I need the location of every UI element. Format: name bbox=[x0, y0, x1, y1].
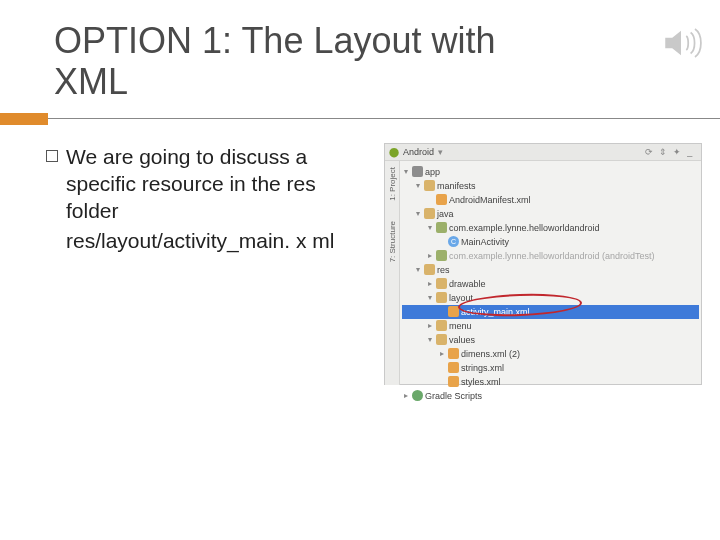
project-dropdown-label[interactable]: Android bbox=[403, 147, 434, 157]
tree-node-res[interactable]: ▾res bbox=[402, 263, 699, 277]
collapse-icon[interactable]: ⇕ bbox=[659, 147, 669, 157]
tree-node-manifests[interactable]: ▾manifests bbox=[402, 179, 699, 193]
tree-node-mainactivity[interactable]: CMainActivity bbox=[402, 235, 699, 249]
tree-node-values[interactable]: ▾values bbox=[402, 333, 699, 347]
tree-node-pkg1[interactable]: ▾com.example.lynne.helloworldandroid bbox=[402, 221, 699, 235]
tree-node-java[interactable]: ▾java bbox=[402, 207, 699, 221]
tree-node-gradle[interactable]: ▸Gradle Scripts bbox=[402, 389, 699, 403]
tree-node-dimens[interactable]: ▸dimens.xml (2) bbox=[402, 347, 699, 361]
project-tree: ▾app ▾manifests AndroidManifest.xml ▾jav… bbox=[400, 161, 701, 385]
title-line-1: OPTION 1: The Layout with bbox=[54, 20, 720, 61]
tree-node-strings[interactable]: strings.xml bbox=[402, 361, 699, 375]
ide-project-panel: ⬤ Android ▾ ⟳ ⇕ ✦ ⎯ 1: Project 7: Struct… bbox=[384, 143, 702, 385]
accent-divider bbox=[0, 109, 720, 125]
tree-node-app[interactable]: ▾app bbox=[402, 165, 699, 179]
body-text-column: We are going to discuss a specific resou… bbox=[66, 143, 366, 385]
side-tab-strip: 1: Project 7: Structure bbox=[385, 161, 400, 385]
tree-node-drawable[interactable]: ▸drawable bbox=[402, 277, 699, 291]
sync-icon[interactable]: ⟳ bbox=[645, 147, 655, 157]
resource-path: res/layout/activity_main. x ml bbox=[66, 227, 366, 254]
tree-node-androidmanifest[interactable]: AndroidManifest.xml bbox=[402, 193, 699, 207]
side-tab-structure[interactable]: 7: Structure bbox=[388, 221, 397, 262]
title-line-2: XML bbox=[54, 61, 720, 102]
bullet-text: We are going to discuss a specific resou… bbox=[66, 143, 366, 225]
tree-node-styles[interactable]: styles.xml bbox=[402, 375, 699, 389]
tree-node-layout[interactable]: ▾layout bbox=[402, 291, 699, 305]
speaker-icon bbox=[660, 22, 702, 68]
side-tab-project[interactable]: 1: Project bbox=[388, 167, 397, 201]
panel-toolbar: ⬤ Android ▾ ⟳ ⇕ ✦ ⎯ bbox=[385, 144, 701, 161]
chevron-down-icon[interactable]: ▾ bbox=[438, 147, 443, 157]
gear-icon[interactable]: ✦ bbox=[673, 147, 683, 157]
android-robot-icon: ⬤ bbox=[389, 147, 399, 157]
bullet-icon bbox=[46, 150, 58, 162]
tree-node-activity-main[interactable]: activity_main.xml bbox=[402, 305, 699, 319]
tree-node-pkg2[interactable]: ▸com.example.lynne.helloworldandroid (an… bbox=[402, 249, 699, 263]
slide-title-block: OPTION 1: The Layout with XML bbox=[0, 0, 720, 109]
hide-icon[interactable]: ⎯ bbox=[687, 147, 697, 157]
accent-bar bbox=[0, 113, 48, 125]
accent-line bbox=[48, 118, 720, 119]
tree-node-menu[interactable]: ▸menu bbox=[402, 319, 699, 333]
